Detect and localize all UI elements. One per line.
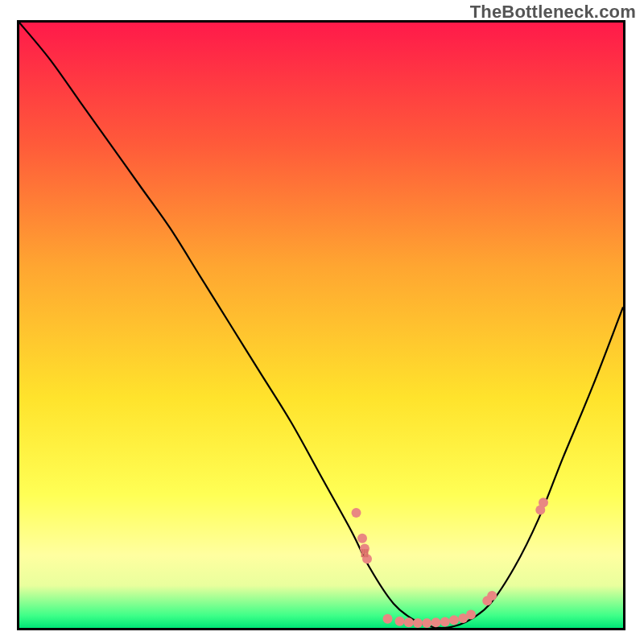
watermark-text: TheBottleneck.com	[470, 2, 636, 23]
data-point	[487, 591, 497, 601]
bottleneck-curve	[19, 23, 623, 628]
data-tick	[361, 549, 364, 557]
data-point	[357, 534, 367, 543]
data-point	[395, 617, 405, 626]
data-point	[422, 618, 431, 628]
data-point	[383, 614, 393, 624]
data-tick	[366, 549, 369, 557]
data-point	[431, 617, 441, 627]
curve-overlay	[19, 23, 623, 628]
data-point	[352, 508, 361, 518]
data-point	[413, 618, 423, 628]
data-tick	[364, 549, 366, 557]
data-point	[404, 617, 414, 627]
data-point	[466, 610, 476, 620]
data-point	[440, 617, 450, 627]
data-point	[449, 615, 459, 625]
plot-area	[17, 20, 625, 630]
data-point	[539, 497, 548, 507]
chart-container: TheBottleneck.com	[0, 0, 644, 644]
data-markers	[352, 497, 549, 628]
